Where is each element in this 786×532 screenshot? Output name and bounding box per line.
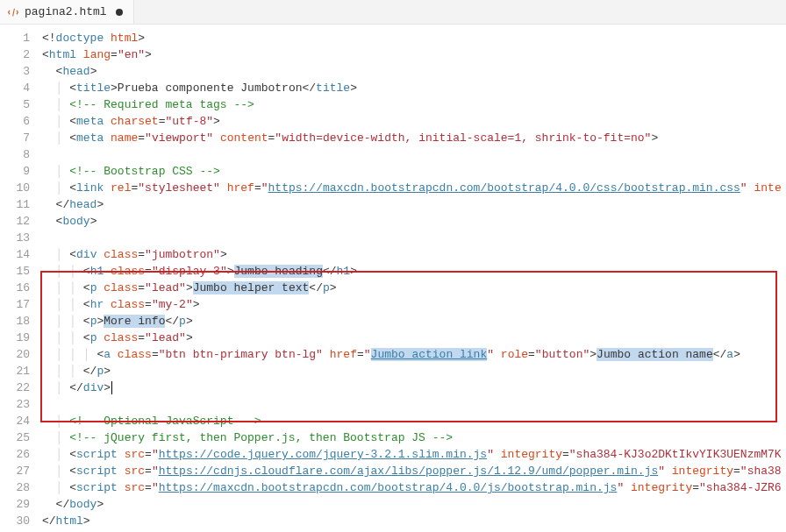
code-line[interactable]: │ <title>Prueba componente Jumbotron</ti… bbox=[42, 80, 786, 96]
code-line[interactable] bbox=[42, 396, 786, 413]
line-number: 19 bbox=[0, 330, 42, 346]
line-number: 22 bbox=[0, 379, 42, 396]
line-number: 6 bbox=[0, 113, 42, 130]
line-number-gutter: 1234567891011121314151617181920212223242… bbox=[0, 25, 42, 529]
line-number: 12 bbox=[0, 213, 42, 230]
line-number: 17 bbox=[0, 296, 42, 313]
html-file-icon bbox=[7, 6, 19, 18]
code-line[interactable]: │ </div> bbox=[42, 379, 786, 396]
code-line[interactable]: │ <script src="https://maxcdn.bootstrapc… bbox=[42, 479, 786, 496]
line-number: 28 bbox=[0, 479, 42, 496]
line-number: 10 bbox=[0, 180, 42, 196]
code-line[interactable]: │ <!-- jQuery first, then Popper.js, the… bbox=[42, 429, 786, 446]
code-line[interactable]: <html lang="en"> bbox=[42, 46, 786, 63]
line-number: 13 bbox=[0, 230, 42, 246]
code-line[interactable]: │ <link rel="stylesheet" href="https://m… bbox=[42, 180, 786, 196]
code-line[interactable]: │ │ <p class="lead">Jumbo helper text</p… bbox=[42, 280, 786, 296]
code-line[interactable]: │ │ <h1 class="display-3">Jumbo heading<… bbox=[42, 263, 786, 280]
tab-filename: pagina2.html bbox=[25, 5, 107, 18]
unsaved-indicator-icon bbox=[116, 9, 123, 16]
line-number: 18 bbox=[0, 313, 42, 330]
line-number: 7 bbox=[0, 130, 42, 146]
line-number: 3 bbox=[0, 63, 42, 80]
code-line[interactable]: <body> bbox=[42, 213, 786, 230]
text-cursor bbox=[111, 381, 112, 394]
code-line[interactable]: │ <!-- Optional JavaScript --> bbox=[42, 413, 786, 429]
line-number: 15 bbox=[0, 263, 42, 280]
line-number: 5 bbox=[0, 96, 42, 113]
line-number: 24 bbox=[0, 413, 42, 429]
line-number: 29 bbox=[0, 496, 42, 513]
line-number: 1 bbox=[0, 30, 42, 46]
code-line[interactable]: │ │ </p> bbox=[42, 363, 786, 379]
tab-bar: pagina2.html bbox=[0, 0, 786, 25]
code-line[interactable]: │ <meta charset="utf-8"> bbox=[42, 113, 786, 130]
line-number: 16 bbox=[0, 280, 42, 296]
line-number: 23 bbox=[0, 396, 42, 413]
code-line[interactable]: </body> bbox=[42, 496, 786, 513]
line-number: 25 bbox=[0, 429, 42, 446]
line-number: 21 bbox=[0, 363, 42, 379]
line-number: 26 bbox=[0, 446, 42, 463]
line-number: 27 bbox=[0, 463, 42, 479]
code-line[interactable] bbox=[42, 146, 786, 163]
code-line[interactable]: │ <script src="https://cdnjs.cloudflare.… bbox=[42, 463, 786, 479]
code-line[interactable]: │ <!-- Bootstrap CSS --> bbox=[42, 163, 786, 180]
line-number: 20 bbox=[0, 346, 42, 363]
code-line[interactable]: <head> bbox=[42, 63, 786, 80]
line-number: 11 bbox=[0, 196, 42, 213]
code-line[interactable]: │ <div class="jumbotron"> bbox=[42, 246, 786, 263]
code-line[interactable]: │ <!-- Required meta tags --> bbox=[42, 96, 786, 113]
line-number: 9 bbox=[0, 163, 42, 180]
code-editor[interactable]: 1234567891011121314151617181920212223242… bbox=[0, 25, 786, 529]
line-number: 8 bbox=[0, 146, 42, 163]
line-number: 2 bbox=[0, 46, 42, 63]
code-line[interactable]: </html> bbox=[42, 513, 786, 529]
editor-tab[interactable]: pagina2.html bbox=[0, 0, 134, 24]
code-line[interactable]: │ <script src="https://code.jquery.com/j… bbox=[42, 446, 786, 463]
line-number: 14 bbox=[0, 246, 42, 263]
code-line[interactable]: </head> bbox=[42, 196, 786, 213]
code-line[interactable] bbox=[42, 230, 786, 246]
code-line[interactable]: │ │ │ <a class="btn btn-primary btn-lg" … bbox=[42, 346, 786, 363]
line-number: 30 bbox=[0, 513, 42, 529]
code-line[interactable]: │ │ <p class="lead"> bbox=[42, 330, 786, 346]
code-line[interactable]: │ <meta name="viewport" content="width=d… bbox=[42, 130, 786, 146]
line-number: 4 bbox=[0, 80, 42, 96]
code-line[interactable]: │ │ <p>More info</p> bbox=[42, 313, 786, 330]
code-content[interactable]: <!doctype html><html lang="en"> <head> │… bbox=[42, 25, 786, 529]
code-line[interactable]: <!doctype html> bbox=[42, 30, 786, 46]
code-line[interactable]: │ │ <hr class="my-2"> bbox=[42, 296, 786, 313]
